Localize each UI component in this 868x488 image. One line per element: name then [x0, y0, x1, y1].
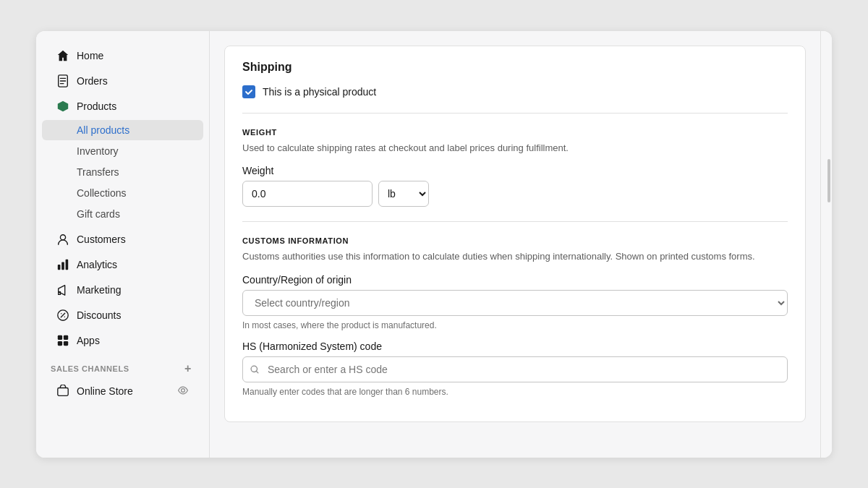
svg-point-2: [60, 234, 65, 239]
svg-marker-1: [58, 100, 68, 111]
marketing-icon: [56, 283, 69, 296]
sidebar-item-home-label: Home: [77, 50, 103, 61]
add-sales-channel-icon[interactable]: +: [182, 362, 195, 375]
sidebar-item-orders[interactable]: Orders: [42, 69, 203, 93]
scroll-indicator: [827, 159, 830, 202]
country-select-wrapper: Select country/region: [242, 290, 788, 316]
sidebar-item-analytics-label: Analytics: [77, 259, 117, 270]
sidebar-item-products[interactable]: Products: [42, 94, 203, 119]
country-hint: In most cases, where the product is manu…: [242, 320, 788, 330]
shipping-title: Shipping: [242, 61, 788, 74]
online-store-label: Online Store: [77, 385, 133, 397]
subnav-gift-cards[interactable]: Gift cards: [42, 204, 203, 224]
apps-icon: [56, 334, 69, 347]
customs-divider: [242, 221, 788, 222]
products-subnav: All products Inventory Transfers Collect…: [36, 120, 209, 224]
home-icon: [56, 49, 69, 62]
sidebar-item-analytics[interactable]: Analytics: [42, 252, 203, 277]
online-store-view-icon[interactable]: [177, 385, 189, 398]
sidebar-item-orders-label: Orders: [77, 75, 108, 87]
weight-input[interactable]: [242, 181, 373, 207]
svg-point-12: [182, 388, 185, 392]
svg-rect-9: [58, 341, 62, 345]
weight-header: WEIGHT: [242, 128, 788, 137]
main-content: Shipping This is a physical product WEIG…: [210, 31, 820, 458]
analytics-icon: [56, 258, 69, 271]
sidebar: Home Orders Products All products: [36, 31, 210, 458]
sidebar-item-customers[interactable]: Customers: [42, 227, 203, 252]
country-field-label: Country/Region of origin: [242, 274, 788, 286]
sales-channels-label: SALES CHANNELS: [51, 364, 129, 373]
weight-unit-select[interactable]: lb kg oz g: [378, 181, 429, 207]
physical-product-label: This is a physical product: [263, 86, 376, 98]
hs-search-wrapper: [242, 356, 788, 382]
svg-rect-3: [58, 265, 61, 270]
sidebar-item-products-label: Products: [77, 100, 116, 112]
weight-field-label: Weight: [242, 165, 788, 176]
physical-product-checkbox[interactable]: [242, 85, 255, 98]
right-panel: [820, 31, 832, 458]
orders-icon: [56, 74, 69, 87]
svg-rect-11: [58, 388, 68, 396]
country-select[interactable]: Select country/region: [242, 290, 788, 316]
weight-description: Used to calculate shipping rates at chec…: [242, 141, 788, 155]
svg-rect-10: [64, 341, 68, 345]
discounts-icon: [56, 309, 69, 322]
customs-header: CUSTOMS INFORMATION: [242, 236, 788, 245]
customs-section: CUSTOMS INFORMATION Customs authorities …: [242, 236, 788, 397]
sidebar-item-discounts-label: Discounts: [77, 309, 121, 321]
svg-rect-4: [61, 262, 64, 270]
hs-search-input[interactable]: [242, 356, 788, 382]
physical-product-row: This is a physical product: [242, 85, 788, 98]
online-store-icon: [56, 385, 69, 398]
hs-search-icon: [250, 364, 260, 374]
svg-rect-5: [66, 259, 69, 269]
weight-section: WEIGHT Used to calculate shipping rates …: [242, 128, 788, 207]
sales-channels-section: SALES CHANNELS +: [36, 354, 209, 378]
customs-description: Customs authorities use this information…: [242, 249, 788, 264]
subnav-collections[interactable]: Collections: [42, 183, 203, 203]
shipping-card: Shipping This is a physical product WEIG…: [224, 46, 806, 422]
weight-input-row: lb kg oz g: [242, 181, 788, 207]
products-icon: [56, 100, 69, 113]
svg-rect-8: [64, 335, 68, 339]
sidebar-item-discounts[interactable]: Discounts: [42, 303, 203, 328]
sidebar-item-customers-label: Customers: [77, 234, 126, 245]
sidebar-item-online-store[interactable]: Online Store: [42, 379, 203, 404]
sidebar-item-marketing-label: Marketing: [77, 284, 121, 296]
weight-divider: [242, 113, 788, 114]
sidebar-item-home[interactable]: Home: [42, 43, 203, 68]
hs-field-label: HS (Harmonized System) code: [242, 341, 788, 352]
sidebar-item-marketing[interactable]: Marketing: [42, 278, 203, 302]
subnav-all-products[interactable]: All products: [42, 120, 203, 140]
sidebar-item-apps-label: Apps: [77, 335, 100, 346]
subnav-inventory[interactable]: Inventory: [42, 141, 203, 161]
customers-icon: [56, 233, 69, 246]
subnav-transfers[interactable]: Transfers: [42, 162, 203, 182]
svg-rect-7: [58, 335, 62, 339]
sidebar-item-apps[interactable]: Apps: [42, 328, 203, 353]
hs-hint: Manually enter codes that are longer tha…: [242, 387, 788, 397]
